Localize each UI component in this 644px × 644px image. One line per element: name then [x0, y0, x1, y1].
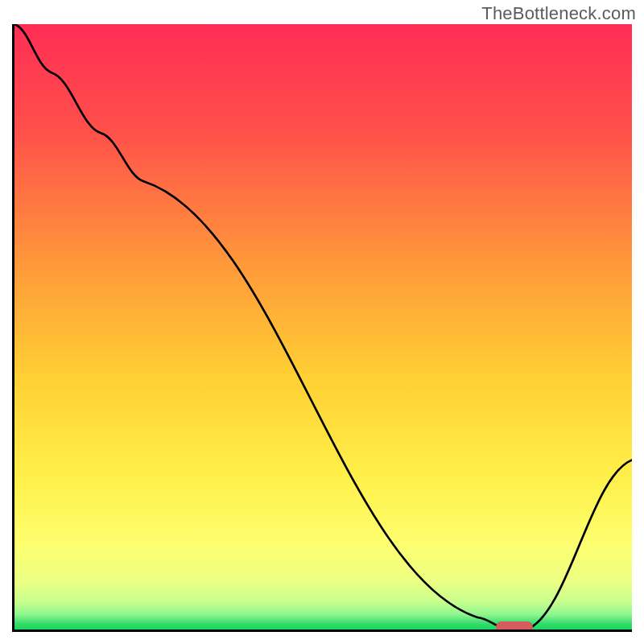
bottleneck-curve	[14, 24, 632, 630]
optimum-marker	[496, 621, 533, 632]
watermark-label: TheBottleneck.com	[481, 3, 636, 24]
bottleneck-chart	[12, 24, 632, 632]
